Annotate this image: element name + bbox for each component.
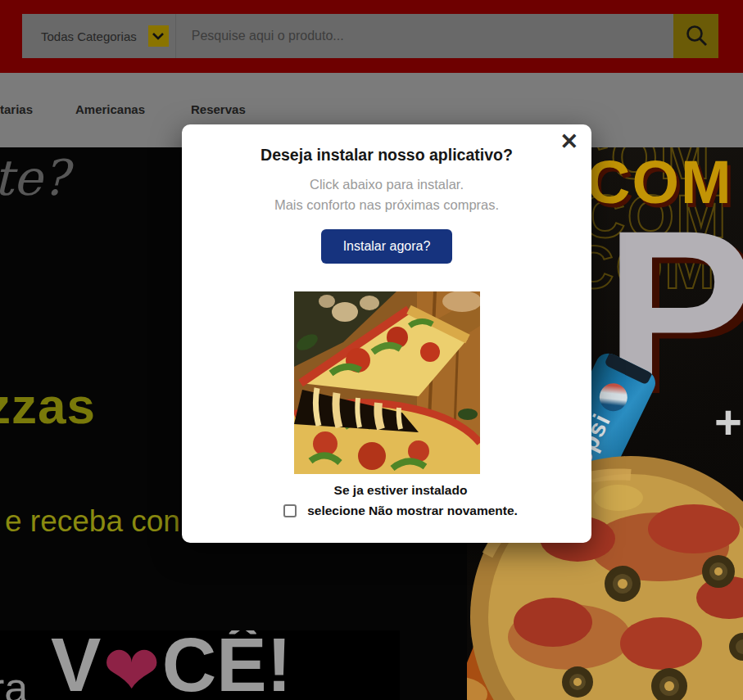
banner-voce-text: V❤CÊ! [51, 630, 292, 700]
search-icon [683, 23, 709, 49]
install-now-button[interactable]: Instalar agora? [321, 229, 453, 264]
heart-icon: ❤ [102, 632, 160, 700]
pizza-slice-image [294, 291, 480, 474]
hero-promo-text: e receba con [5, 504, 180, 539]
dont-show-again-checkbox[interactable] [283, 504, 297, 517]
top-header: Todas Categorias [0, 0, 743, 73]
banner-fragment-text: ra [0, 663, 28, 700]
modal-subtitle-line2: Mais conforto nas próximas compras. [182, 195, 591, 215]
category-dropdown[interactable]: Todas Categorias [41, 29, 137, 43]
installed-note: Se ja estiver instalado selecione Não mo… [210, 483, 591, 518]
banner-letter-v: V [51, 630, 101, 700]
search-input[interactable] [190, 28, 673, 44]
installed-note-line2: selecione Não mostrar novamente. [307, 504, 518, 518]
voce-banner: ra V❤CÊ! [0, 630, 400, 700]
hero-pizzas-text: zzas [0, 377, 96, 435]
search-button[interactable] [673, 14, 718, 58]
search-divider [175, 14, 176, 58]
nav-item-americanas[interactable]: Americanas [75, 102, 145, 116]
nav-item-reservas[interactable]: Reservas [191, 102, 246, 116]
pepsi-logo-icon [595, 378, 632, 415]
nav-item-tarias[interactable]: tarias [0, 102, 33, 116]
search-bar: Todas Categorias [22, 14, 718, 58]
modal-title: Deseja instalar nosso aplicativo? [182, 124, 591, 165]
installed-note-line1: Se ja estiver instalado [210, 483, 591, 498]
close-icon[interactable]: ✕ [560, 131, 578, 153]
plus-sign: + [714, 395, 742, 449]
modal-subtitle: Click abaixo para instalar. Mais confort… [182, 174, 591, 215]
chevron-down-icon [152, 33, 164, 40]
hero-script-text: te? [0, 149, 69, 206]
category-dropdown-button[interactable] [148, 25, 169, 47]
modal-subtitle-line1: Click abaixo para instalar. [182, 174, 591, 195]
install-app-modal: ✕ Deseja instalar nosso aplicativo? Clic… [182, 124, 591, 543]
banner-letters-ce: CÊ! [162, 630, 292, 700]
